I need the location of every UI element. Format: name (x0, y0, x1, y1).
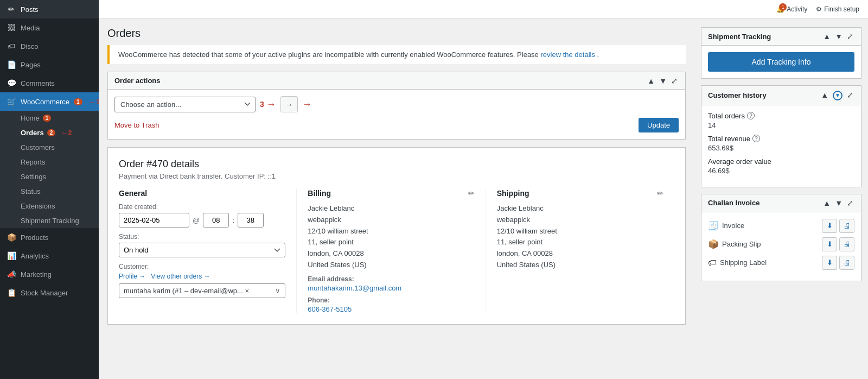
sidebar-subitem-customers[interactable]: Customers (0, 140, 99, 155)
sidebar-label-posts: Posts (21, 5, 92, 14)
shipping-name: Jackie Leblanc (497, 203, 663, 214)
sidebar-item-media[interactable]: 🖼 Media (0, 18, 99, 37)
sidebar-subitem-settings[interactable]: Settings (0, 169, 99, 184)
avg-order-value: 46.69$ (708, 167, 854, 175)
shipping-address: Jackie Leblanc webappick 12/10 william s… (497, 203, 663, 271)
go-button[interactable]: → (280, 96, 298, 112)
billing-email[interactable]: muntahakarim.13@gmail.com (308, 284, 401, 292)
notice-text: WooCommerce has detected that some of yo… (118, 50, 540, 59)
orders-arrow: ←2 (61, 129, 72, 137)
billing-country: United States (US) (308, 260, 474, 271)
history-expand-btn[interactable]: ⤢ (846, 90, 854, 100)
status-select[interactable]: On hold (119, 243, 285, 257)
comments-icon: 💬 (7, 78, 16, 88)
subitem-label-shipment-tracking: Shipment Tracking (21, 217, 79, 225)
sidebar-item-marketing[interactable]: 📣 Marketing (0, 265, 99, 283)
profile-link[interactable]: Profile → (119, 273, 145, 280)
sidebar-item-pages[interactable]: 📄 Pages (0, 55, 99, 74)
notice-link[interactable]: review the details (540, 50, 595, 59)
shipping-title: Shipping (497, 189, 529, 198)
sidebar-item-posts[interactable]: ✏ Posts (0, 0, 99, 18)
add-tracking-button[interactable]: Add Tracking Info (708, 52, 854, 72)
packing-slip-download-btn[interactable]: ⬇ (822, 237, 837, 251)
shipping-label-icon: 🏷 (708, 258, 717, 268)
invoice-actions: ⬇ 🖨 (822, 219, 854, 233)
sidebar-subitem-home[interactable]: Home 1 (0, 111, 99, 125)
packing-slip-actions: ⬇ 🖨 (822, 237, 854, 251)
sidebar-label-products: Products (21, 233, 92, 242)
date-input[interactable] (119, 213, 189, 228)
sidebar-item-analytics[interactable]: 📊 Analytics (0, 247, 99, 265)
order-actions-body: Choose an action... 3 → → → Move to Tras… (108, 90, 685, 139)
email-label: Email address: (308, 275, 474, 283)
invoice-download-btn[interactable]: ⬇ (822, 219, 837, 233)
tracking-expand-btn[interactable]: ⤢ (846, 32, 854, 41)
view-orders-link[interactable]: View other orders → (151, 273, 210, 280)
packing-slip-print-btn[interactable]: 🖨 (839, 237, 854, 251)
sidebar-label-disco: Disco (21, 42, 92, 50)
disco-icon: 🏷 (7, 41, 16, 51)
total-revenue-item: Total revenue ? 653.69$ (708, 135, 854, 152)
customer-history-metabox: Customer history ▲ ▼ ⤢ Total orders ? (701, 85, 861, 187)
billing-name: Jackie Leblanc (308, 203, 474, 214)
challan-collapse-up-btn[interactable]: ▲ (822, 199, 832, 207)
metabox-collapse-down-btn[interactable]: ▼ (658, 77, 668, 85)
status-label: Status: (119, 233, 285, 241)
challan-expand-btn[interactable]: ⤢ (846, 199, 854, 207)
topbar: 🔔 1 Activity ⚙ Finish setup (99, 0, 868, 18)
update-button[interactable]: Update (639, 118, 679, 132)
billing-header: Billing ✏ (308, 189, 474, 198)
action-select[interactable]: Choose an action... (114, 97, 256, 112)
shipping-label-print-btn[interactable]: 🖨 (839, 256, 854, 270)
activity-button[interactable]: 🔔 1 Activity (776, 5, 807, 13)
hour-input[interactable] (203, 213, 229, 228)
move-to-trash-link[interactable]: Move to Trash (114, 121, 159, 129)
tracking-collapse-down-btn[interactable]: ▼ (834, 32, 844, 41)
sidebar-subitem-reports[interactable]: Reports (0, 155, 99, 169)
total-orders-label: Total orders ? (708, 112, 854, 120)
total-orders-item: Total orders ? 14 (708, 112, 854, 129)
avg-order-label: Average order value (708, 157, 854, 166)
history-circle-down-btn[interactable]: ▼ (832, 90, 844, 100)
finish-setup-button[interactable]: ⚙ Finish setup (816, 5, 859, 13)
challan-collapse-down-btn[interactable]: ▼ (834, 199, 844, 207)
metabox-expand-btn[interactable]: ⤢ (670, 77, 679, 85)
sidebar-item-comments[interactable]: 💬 Comments (0, 74, 99, 92)
finish-setup-label: Finish setup (824, 5, 859, 13)
billing-edit-icon[interactable]: ✏ (468, 189, 475, 198)
pages-icon: 📄 (7, 60, 16, 70)
billing-phone[interactable]: 606-367-5105 (308, 305, 352, 313)
total-revenue-value: 653.69$ (708, 144, 854, 152)
sidebar-subitem-status[interactable]: Status (0, 184, 99, 199)
shipping-label-download-btn[interactable]: ⬇ (822, 256, 837, 270)
sidebar-item-woocommerce[interactable]: 🛒 WooCommerce 1 ←1 (0, 92, 99, 111)
sidebar-item-products[interactable]: 📦 Products (0, 228, 99, 247)
order-details-box: Order #470 details Payment via Direct ba… (107, 147, 686, 325)
metabox-collapse-up-btn[interactable]: ▲ (646, 77, 656, 85)
total-orders-info-icon[interactable]: ? (747, 112, 755, 119)
history-collapse-up-btn[interactable]: ▲ (820, 90, 829, 100)
invoice-print-btn[interactable]: 🖨 (839, 219, 854, 233)
shipping-label-actions: ⬇ 🖨 (822, 256, 854, 270)
minute-input[interactable] (238, 213, 264, 228)
stock-icon: 📋 (7, 288, 16, 298)
sidebar-item-stock-manager[interactable]: 📋 Stock Manager (0, 283, 99, 302)
sidebar-label-analytics: Analytics (21, 252, 92, 260)
activity-badge: 1 (779, 3, 787, 11)
shipping-edit-icon[interactable]: ✏ (657, 189, 663, 198)
packing-slip-row: 📦 Packing Slip ⬇ 🖨 (708, 237, 854, 251)
sidebar-subitem-extensions[interactable]: Extensions (0, 199, 99, 213)
customer-history-title: Customer history (708, 91, 767, 99)
billing-title: Billing (308, 189, 331, 198)
general-title: General (119, 189, 147, 198)
sidebar-subitem-shipment-tracking[interactable]: Shipment Tracking (0, 213, 99, 228)
customer-select-box[interactable]: muntaha karim (#1 – dev-email@wp... × ∨ (119, 283, 285, 298)
sidebar-item-disco[interactable]: 🏷 Disco (0, 37, 99, 55)
metabox-controls: ▲ ▼ ⤢ (646, 77, 679, 85)
subitem-label-settings: Settings (21, 173, 46, 181)
sidebar-subitem-orders[interactable]: Orders 2 ←2 (0, 125, 99, 140)
total-revenue-info-icon[interactable]: ? (752, 135, 760, 142)
billing-address1: 12/10 william street (308, 226, 474, 237)
shipping-company: webappick (497, 214, 663, 226)
tracking-collapse-up-btn[interactable]: ▲ (822, 32, 832, 41)
